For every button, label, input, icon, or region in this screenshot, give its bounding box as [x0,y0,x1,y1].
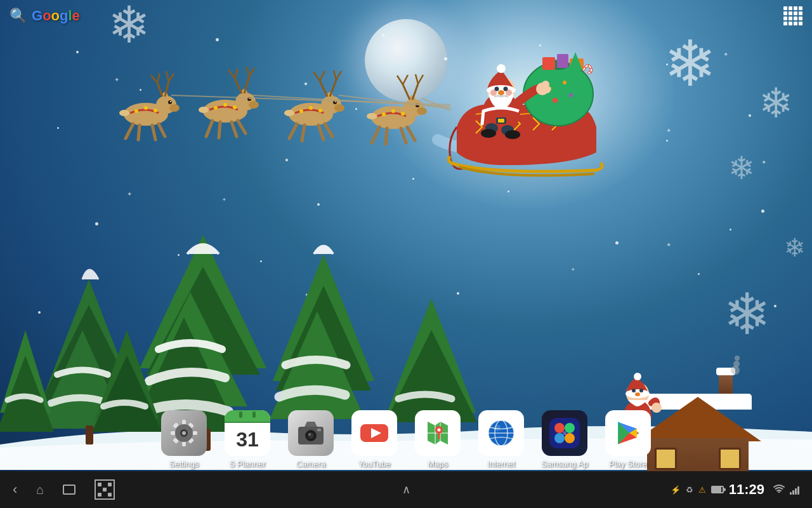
grid-dot [799,22,802,25]
internet-app[interactable]: Internet [473,410,530,469]
svg-point-174 [554,433,565,443]
qr-cell [98,488,102,491]
warning-icon: ⚠ [698,485,706,495]
camera-icon[interactable] [288,410,334,456]
svg-point-165 [438,429,441,432]
home-button[interactable]: ⌂ [36,483,44,497]
qr-cell [108,488,112,491]
maps-app[interactable]: Maps [409,410,466,469]
svg-point-140 [635,392,640,396]
qr-cell [103,488,107,491]
samsung-label: Samsung Ap [541,459,588,469]
samsung-icon[interactable] [542,410,587,456]
wifi-icon [773,484,785,495]
svg-point-139 [639,389,643,392]
star: ✦ [666,241,671,248]
settings-label: Settings [169,459,199,469]
star: ✦ [666,127,671,134]
star: ✦ [304,292,309,298]
youtube-app[interactable]: YouTube [346,410,403,469]
maps-label: Maps [428,459,448,469]
topbar: 🔍 Google [0,0,812,32]
svg-point-172 [554,423,565,433]
camera-app[interactable]: Camera [282,410,339,469]
svg-rect-146 [171,431,176,435]
svg-rect-145 [182,441,186,446]
svg-rect-161 [317,429,321,431]
recents-button[interactable] [63,485,75,495]
grid-dot [783,11,787,15]
qr-cell [98,483,102,486]
svg-point-176 [563,431,566,435]
svg-point-138 [632,389,636,392]
playstore-app[interactable]: Play Store [599,410,657,469]
qr-cell [108,493,112,497]
qr-cell [108,483,112,486]
grid-dot [794,22,797,25]
svg-point-137 [634,373,641,380]
svg-point-178 [778,491,780,493]
grid-dot [789,11,792,15]
nav-left-buttons: ‹ ⌂ [13,479,115,500]
battery-icon [711,486,724,493]
svg-point-173 [565,423,575,433]
grid-dot [783,22,787,25]
youtube-icon[interactable] [351,410,397,456]
grid-dot [794,6,797,10]
snowflake-deco-right1: ❄ [759,83,793,124]
grid-dot [789,17,792,20]
star: ✦ [571,267,575,272]
svg-point-160 [308,433,311,436]
playstore-icon[interactable] [605,410,651,456]
apps-grid-button[interactable] [783,6,802,25]
usb-icon: ⚡ [671,485,681,495]
snowflake-deco-right2: ❄ [728,152,755,184]
app-dock: Settings 31 S Planner [0,408,812,471]
qr-cell [98,493,102,497]
grid-dot [789,6,792,10]
grid-dot [789,22,792,25]
snowflake-deco-right3: ❄ [784,235,806,260]
qr-button[interactable] [95,479,115,500]
clock-display: 11:29 [729,481,764,498]
grid-dot [783,17,787,20]
navigation-bar: ‹ ⌂ ∧ ⚡ [0,471,812,508]
splanner-app[interactable]: 31 S Planner [219,410,276,469]
settings-app[interactable]: Settings [155,410,213,469]
search-icon[interactable]: 🔍 [10,8,27,24]
google-logo: Google [32,8,80,24]
nav-center: ∧ [402,483,410,497]
qr-icon[interactable] [95,479,115,500]
playstore-label: Play Store [609,459,647,469]
star: ✦ [381,32,386,39]
internet-icon[interactable] [478,410,524,456]
back-button[interactable]: ‹ [13,481,17,498]
grid-dot [794,11,797,15]
qr-cell [103,493,107,497]
grid-dot [794,17,797,20]
snowflake-deco-topright: ❄ [664,32,717,95]
calendar-date: 31 [236,428,259,451]
samsung-apps[interactable]: Samsung Ap [536,410,593,469]
grid-dot [783,6,787,10]
star: ✦ [476,108,481,115]
svg-point-175 [565,433,575,443]
svg-point-170 [494,425,501,431]
svg-point-159 [308,432,314,439]
star: ✦ [127,190,132,197]
youtube-label: YouTube [358,459,390,469]
internet-label: Internet [487,459,515,469]
settings-icon[interactable] [161,410,207,456]
grid-dot [799,6,802,10]
star: ✦ [723,51,728,58]
star: ✦ [114,76,119,83]
google-search-widget[interactable]: 🔍 Google [10,8,80,24]
up-arrow-button[interactable]: ∧ [402,483,410,497]
star: ✦ [222,197,226,203]
star: ✦ [761,159,766,166]
calendar-icon[interactable]: 31 [225,410,270,456]
maps-icon[interactable] [415,410,461,456]
recycle-icon: ♻ [686,485,693,495]
signal-icon [790,485,799,495]
nav-right-status: ⚡ ♻ ⚠ 11:29 [671,481,799,498]
